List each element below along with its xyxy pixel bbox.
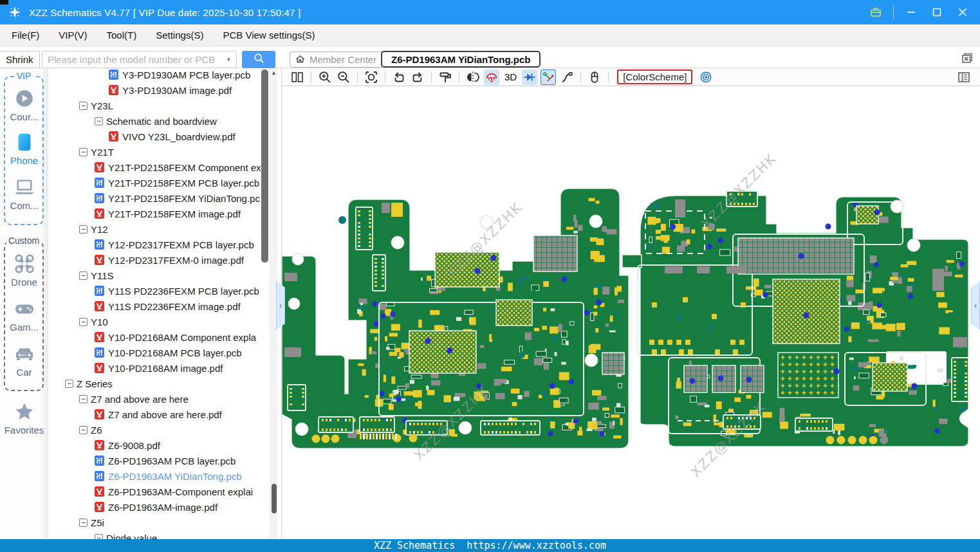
split-view-icon[interactable] <box>290 69 305 85</box>
tree-item[interactable]: Y12-PD2317FEXM PCB layer.pcb <box>48 237 261 252</box>
pdf-file-icon <box>95 363 104 373</box>
tree-group[interactable]: −Z5i <box>48 515 261 530</box>
collapse-box-icon[interactable]: − <box>79 519 88 527</box>
close-tab-icon[interactable] <box>961 51 974 64</box>
pcb-board-view[interactable]: XZZ@XZZHKXZZ@XZZHKXZZ@XZZHKXZZ@XZZHK <box>282 86 980 539</box>
collapse-box-icon[interactable]: − <box>65 380 73 388</box>
collapse-box-icon[interactable]: − <box>79 102 88 110</box>
pdf-file-icon <box>95 332 104 342</box>
tree-item[interactable]: Z6-PD1963AM-Component explai <box>48 484 261 499</box>
collapse-box-icon[interactable]: − <box>79 225 88 234</box>
sidebar-item-computer[interactable]: Com... <box>0 176 48 211</box>
chevron-down-icon[interactable]: ▾ <box>227 55 236 64</box>
tree-item[interactable]: Y21T-PD2158FEXM image.pdf <box>48 206 261 221</box>
sidebar-item-favorites[interactable]: Favorites <box>0 401 48 436</box>
collapse-right-handle[interactable]: ‹ <box>971 281 980 330</box>
collapse-box-icon[interactable]: − <box>95 117 103 125</box>
tree-item[interactable]: Y21T-PD2158FEXM YiDianTong.pc <box>48 190 261 206</box>
panel-list-icon[interactable] <box>957 70 971 84</box>
tree-item[interactable]: Y11S PD2236FEXM image.pdf <box>48 299 261 314</box>
probe-pen-icon[interactable] <box>541 69 556 85</box>
tree-group[interactable]: −Schematic and boardview <box>48 113 261 129</box>
color-scheme-button[interactable]: [ColorScheme] <box>617 69 692 84</box>
tree-item-label: Y10 <box>91 317 108 327</box>
search-input[interactable] <box>42 54 227 65</box>
sidebar-item-game[interactable]: Gam... <box>0 298 48 333</box>
sidebar-item-phone[interactable]: Phone <box>0 131 48 166</box>
tree-item[interactable]: Y10-PD2168AM Component expla <box>48 329 261 345</box>
tree-item[interactable]: Y21T-PD2158FEXM Component ex <box>48 160 261 175</box>
mirror-flip-icon[interactable] <box>465 69 481 85</box>
app-logo-icon <box>8 6 21 19</box>
tree-item[interactable]: Y3-PD1930AM image.pdf <box>48 82 261 98</box>
pcb-file-tab[interactable]: Z6-PD1963AM YiDianTong.pcb <box>381 51 541 68</box>
tree-group[interactable]: −Y11S <box>48 268 261 283</box>
menu-settings[interactable]: Settings(S) <box>156 30 203 41</box>
sidebar-item-car[interactable]: Car <box>0 343 48 378</box>
pcb-canvas[interactable]: XZZ@XZZHKXZZ@XZZHKXZZ@XZZHKXZZ@XZZHK <box>282 86 980 539</box>
tree-item-label: Y12-PD2317FEXM-0 image.pdf <box>108 255 244 266</box>
tree-group[interactable]: −Diode value <box>48 530 261 539</box>
collapse-box-icon[interactable]: − <box>79 395 88 403</box>
curve-tool-icon[interactable] <box>559 69 575 85</box>
search-button[interactable] <box>242 51 275 68</box>
rotate-left-icon[interactable] <box>391 69 407 85</box>
tree-item[interactable]: Z6-9008.pdf <box>48 437 261 453</box>
minimize-button[interactable] <box>903 4 920 21</box>
tree-item[interactable]: Z6-PD1963AM-image.pdf <box>48 499 261 515</box>
tree-group[interactable]: −Z6 <box>48 422 261 437</box>
tree-item[interactable]: Z6-PD1963AM PCB layer.pcb <box>48 453 261 468</box>
menu-file[interactable]: File(F) <box>12 30 39 41</box>
tree-group[interactable]: −Y23L <box>48 98 261 113</box>
search-box: ▾ <box>42 51 237 68</box>
tree-item[interactable]: Z7 and above are here.pdf <box>48 407 261 422</box>
lamp-mode-icon[interactable] <box>484 69 499 85</box>
panel-scrollbar-thumb[interactable] <box>272 484 277 513</box>
scroll-up-icon[interactable]: ▲ <box>270 69 277 76</box>
tree-item[interactable]: Y21T-PD2158FEXM PCB layer.pcb <box>48 175 261 190</box>
zoom-in-icon[interactable] <box>317 69 333 85</box>
tree-item[interactable]: Y3-PD1930AM PCB layer.pcb <box>48 68 261 82</box>
collapse-box-icon[interactable]: − <box>79 148 88 156</box>
zoom-out-icon[interactable] <box>336 69 351 85</box>
tree-item[interactable]: Y10-PD2168AM image.pdf <box>48 360 261 376</box>
tree-item-label: Diode value <box>106 533 157 540</box>
diode-mode-icon[interactable] <box>522 69 537 85</box>
sidebar-item-drone[interactable]: Drone <box>0 253 48 288</box>
menu-vip[interactable]: VIP(V) <box>59 30 87 41</box>
tree-item[interactable]: Y11S PD2236FEXM PCB layer.pcb <box>48 283 261 299</box>
tree-item[interactable]: Y12-PD2317FEXM-0 image.pdf <box>48 252 261 268</box>
collapse-box-icon[interactable]: − <box>79 271 88 280</box>
member-center-button[interactable]: Member Center <box>290 51 384 68</box>
titlebar-separator <box>893 6 894 19</box>
collapse-left-handle[interactable]: ‹ <box>276 281 285 330</box>
tree-item[interactable]: Y10-PD2168AM PCB layer.pcb <box>48 345 261 360</box>
tree-group[interactable]: −Z7 and above are here <box>48 391 261 407</box>
corner-artifact <box>0 0 8 5</box>
tree-item[interactable]: VIVO Y23L_boardview.pdf <box>48 129 261 144</box>
member-center-label: Member Center <box>310 54 376 65</box>
mouse-settings-icon[interactable] <box>587 69 602 85</box>
maximize-button[interactable] <box>929 4 945 21</box>
3d-view-button[interactable]: 3D <box>503 71 519 82</box>
tree-group[interactable]: −Y10 <box>48 314 261 329</box>
tree-group[interactable]: −Y21T <box>48 144 261 160</box>
collapse-box-icon[interactable]: − <box>79 426 88 434</box>
menu-tool[interactable]: Tool(T) <box>107 30 137 41</box>
tree-item[interactable]: Z6-PD1963AM YiDianTong.pcb <box>48 468 261 484</box>
collapse-box-icon[interactable]: − <box>79 318 88 326</box>
close-button[interactable] <box>954 4 971 21</box>
tree-scrollbar-thumb[interactable] <box>261 69 268 262</box>
tree-group[interactable]: −Z Series <box>48 376 261 391</box>
menu-pcb-view-settings[interactable]: PCB View settings(S) <box>223 30 315 41</box>
paint-roller-icon[interactable] <box>438 69 453 85</box>
fit-screen-icon[interactable] <box>364 69 379 85</box>
eye-view-icon[interactable] <box>698 69 714 85</box>
toolbox-icon[interactable] <box>867 4 884 21</box>
tree-group[interactable]: −Y12 <box>48 221 261 237</box>
collapse-box-icon[interactable]: − <box>95 534 103 540</box>
rotate-right-icon[interactable] <box>410 69 425 85</box>
shrink-button[interactable]: Shrink <box>0 51 40 68</box>
sidebar-item-courses[interactable]: Cour... <box>0 87 48 122</box>
tree-item-label: Y3-PD1930AM PCB layer.pcb <box>122 69 250 80</box>
